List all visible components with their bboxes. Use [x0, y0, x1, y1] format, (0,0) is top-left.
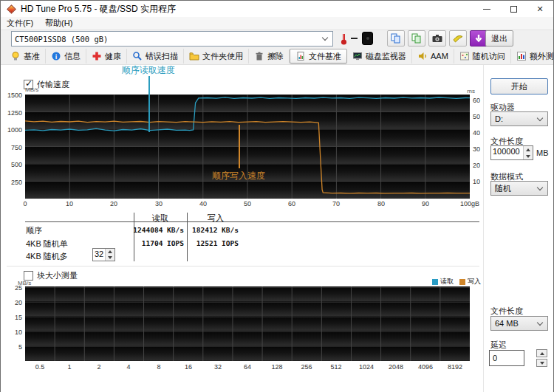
spinner-down-button[interactable]: [106, 255, 114, 261]
y-axis-tick-label: 10: [1, 329, 22, 336]
tab-folder-usage[interactable]: 文件夹使用: [184, 49, 249, 63]
menu-item-file[interactable]: 文件(F): [1, 18, 39, 29]
extra-tests-icon: [516, 51, 527, 61]
tab-erase[interactable]: 擦除: [249, 49, 290, 63]
chart-legend: 读取 写入: [400, 277, 481, 286]
y-axis-tick-label: 1500: [1, 92, 22, 99]
y-axis-tick-label: 1000: [1, 126, 22, 134]
transfer-speed-plot: [25, 94, 470, 199]
side-panel: 开始 驱动器 D: 文件长度 100000 MB 数据模式 随机 文件长度 64…: [485, 65, 553, 392]
col-header-read: 读取: [134, 213, 186, 224]
queue-depth-spinner[interactable]: 32: [92, 248, 115, 261]
tab-disk-monitor[interactable]: 磁盘监视器: [347, 49, 412, 63]
ms-axis-tick-label: 10: [473, 178, 480, 185]
copy-image-icon: [411, 32, 423, 44]
tab-extra-tests[interactable]: 额外测试: [511, 49, 554, 63]
x-axis-tick-label: 10: [66, 200, 73, 207]
tab-file-benchmark[interactable]: 文件基准: [290, 49, 347, 63]
file-benchmark-icon: [295, 51, 306, 61]
x-axis-tick-label: 0.5: [35, 363, 45, 371]
write-swatch-icon: [459, 279, 465, 285]
y-axis-unit-right: ms: [462, 88, 475, 94]
ms-axis-tick-label: 60: [473, 97, 480, 104]
delay-label: 延迟: [490, 340, 507, 351]
file-length2-select[interactable]: 64 MB: [490, 316, 548, 331]
x-axis-tick-label: 1024: [359, 363, 374, 371]
block-size-checkbox[interactable]: 块大小测量: [24, 270, 78, 281]
close-button[interactable]: ✕: [527, 1, 553, 17]
x-axis-tick-label: 32: [214, 363, 222, 371]
folder-icon: [189, 51, 199, 61]
chevron-down-icon: [537, 114, 543, 120]
annotation-line: [148, 76, 150, 132]
block-plot-svg: [25, 286, 470, 361]
x-axis-tick-label: 70: [332, 200, 340, 207]
maximize-button[interactable]: [500, 1, 527, 17]
y-axis-tick-label: 20: [1, 299, 22, 306]
chevron-down-icon: [537, 319, 543, 325]
tab-random-access[interactable]: 随机访问: [454, 49, 511, 63]
block-size-chart-section: 块大小测量 MB/s 读取 写入 2520151050.512481632641…: [1, 269, 485, 376]
info-icon: i: [51, 51, 61, 61]
delay-down-button[interactable]: [536, 359, 547, 367]
drive-select[interactable]: D:: [490, 111, 548, 126]
sequential-read-value: 1244084 KB/s: [126, 226, 184, 234]
y-axis-unit-left: MB/s: [25, 86, 38, 93]
x-axis-tick-label: 256: [301, 363, 312, 371]
data-mode-select[interactable]: 随机: [490, 181, 548, 196]
copy-image-button[interactable]: [408, 30, 425, 47]
chevron-down-icon: [537, 184, 543, 190]
y-axis-tick-label: 500: [1, 161, 22, 168]
x-axis-tick-label: 20: [110, 200, 117, 207]
x-axis-tick-label: 60: [288, 200, 295, 207]
save-button[interactable]: [449, 30, 467, 47]
minimize-button[interactable]: [473, 1, 500, 17]
disk-monitor-icon: [352, 51, 363, 61]
transfer-speed-chart-section: 传输速度 MB/s ms 150012501000750500250605040…: [1, 64, 485, 212]
delay-input[interactable]: 0: [489, 350, 524, 366]
speaker-icon: [417, 51, 428, 61]
copy-icon: [390, 32, 402, 44]
x-axis-tick-label: 100gB: [460, 200, 479, 207]
screenshot-button[interactable]: [428, 30, 446, 47]
start-button[interactable]: 开始: [490, 78, 548, 94]
main-content: 传输速度 MB/s ms 150012501000750500250605040…: [1, 65, 553, 392]
file-length-spinner[interactable]: 100000: [490, 145, 533, 160]
titlebar: HD Tune Pro 5.75 - 硬盘/SSD 实用程序 ✕: [1, 1, 553, 17]
y-axis-tick-label: 250: [1, 179, 22, 186]
copy-text-button[interactable]: [387, 30, 405, 47]
annotation-label: 顺序读取速度: [122, 64, 175, 77]
row-label-4kb-multi: 4KB 随机多: [26, 251, 68, 262]
x-axis-tick-label: 2048: [389, 363, 403, 371]
spinner-down-button[interactable]: [524, 153, 533, 159]
file-length-unit: MB: [536, 148, 549, 157]
x-axis-tick-label: 16: [185, 363, 192, 371]
block-size-plot: [25, 286, 470, 361]
ms-axis-tick-label: 30: [473, 145, 480, 153]
spinner-up-button[interactable]: [524, 146, 533, 153]
tab-health[interactable]: 健康: [86, 49, 127, 63]
device-select[interactable]: CT500P1SSD8 (500 gB): [11, 31, 333, 47]
tab-benchmark[interactable]: 基准: [5, 49, 46, 63]
device-select-value: CT500P1SSD8 (500 gB): [12, 35, 323, 44]
chevron-down-icon: [322, 35, 328, 41]
random-single-write-value: 12521 IOPS: [191, 239, 239, 247]
x-axis-tick-label: 8: [157, 363, 160, 371]
col-header-write: 写入: [188, 213, 244, 224]
x-axis-tick-label: 512: [330, 363, 341, 371]
delay-up-button[interactable]: [536, 349, 547, 357]
spinner-up-button[interactable]: [106, 249, 114, 255]
menubar: 文件(F) 帮助(H): [1, 17, 553, 30]
results-table: 读取 写入 顺序 1244084 KB/s 182412 KB/s 4KB 随机…: [1, 211, 485, 270]
x-axis-tick-label: 90: [422, 200, 429, 207]
exit-button[interactable]: 退出: [485, 30, 513, 47]
y-axis-tick-label: 15: [1, 314, 22, 321]
tab-info[interactable]: i 信息: [46, 49, 86, 63]
row-label-4kb-single: 4KB 随机单: [26, 238, 68, 250]
tab-error-scan[interactable]: 错误扫描: [127, 49, 184, 63]
x-axis-tick-label: 64: [244, 363, 251, 371]
ms-axis-tick-label: 20: [473, 162, 480, 169]
x-axis-tick-label: 4: [126, 363, 130, 371]
menu-item-help[interactable]: 帮助(H): [39, 18, 78, 29]
tab-aam[interactable]: AAM: [412, 49, 454, 63]
